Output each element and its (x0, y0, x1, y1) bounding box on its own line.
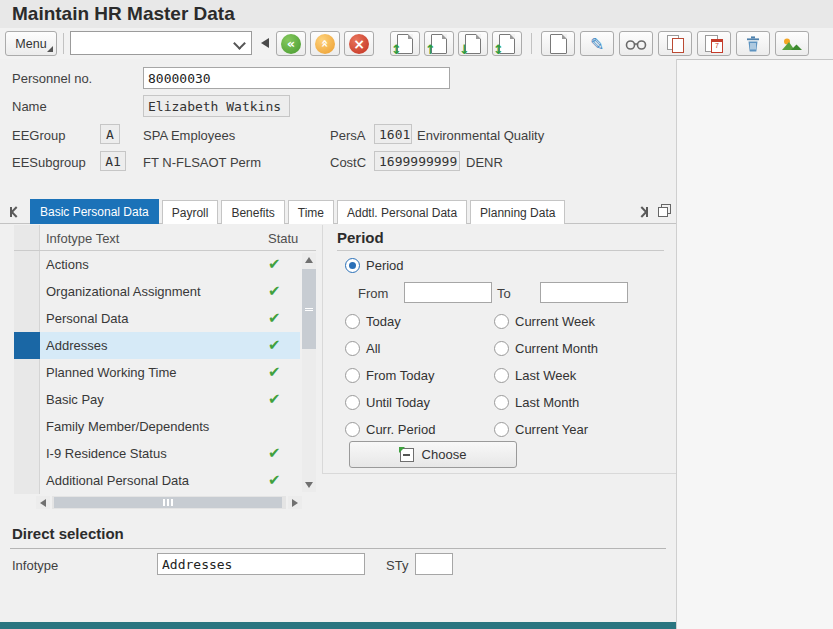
radio-icon[interactable] (494, 341, 509, 356)
status-check-icon: ✔ (268, 255, 281, 273)
period-option-label: Until Today (366, 395, 430, 410)
table-row[interactable]: Personal Data ✔ (40, 305, 300, 332)
radio-icon[interactable] (494, 422, 509, 437)
period-option[interactable]: Current Year (494, 416, 598, 443)
table-row[interactable]: Addresses ✔ (40, 332, 300, 359)
column-header-status[interactable]: Statu (268, 231, 298, 246)
from-date-input[interactable] (404, 282, 492, 303)
table-row[interactable]: Actions ✔ (40, 251, 300, 278)
page-up-button[interactable]: ↑ (424, 31, 454, 56)
column-header-infotype[interactable]: Infotype Text (46, 231, 119, 246)
chevron-down-icon[interactable] (233, 37, 246, 50)
table-row[interactable]: I-9 Residence Status ✔ (40, 440, 300, 467)
tab[interactable]: Benefits (221, 200, 284, 224)
status-check-icon: ✔ (268, 390, 281, 408)
period-option[interactable]: Current Week (494, 308, 598, 335)
exit-button[interactable]: « (310, 31, 340, 56)
tab[interactable]: Payroll (162, 200, 219, 224)
collapse-command-field-icon[interactable] (261, 38, 269, 48)
tab[interactable]: Addtl. Personal Data (337, 200, 467, 224)
radio-icon[interactable] (345, 314, 360, 329)
command-field-input[interactable] (73, 33, 233, 55)
delete-button[interactable] (736, 31, 770, 56)
scroll-right-icon[interactable] (288, 496, 302, 509)
menu-button[interactable]: Menu (5, 31, 57, 56)
infotype-text: Additional Personal Data (46, 473, 189, 488)
sap-window: Maintain HR Master Data Menu « « × ↕ ↑ ↓ (0, 0, 833, 629)
period-option-label: Curr. Period (366, 422, 435, 437)
scroll-tabs-right-icon[interactable] (638, 207, 648, 217)
status-check-icon: ✔ (268, 309, 281, 327)
period-option[interactable]: Last Week (494, 362, 598, 389)
infotype-input[interactable] (157, 553, 365, 575)
overview-button[interactable] (775, 31, 809, 56)
sty-input[interactable] (415, 553, 453, 575)
radio-icon[interactable] (494, 368, 509, 383)
cancel-icon: × (349, 34, 369, 54)
copy-button[interactable] (658, 31, 692, 56)
choose-button[interactable]: Choose (349, 441, 517, 468)
table-row[interactable]: Additional Personal Data ✔ (40, 467, 300, 494)
vertical-scrollbar-thumb[interactable] (302, 269, 316, 349)
page-down-button[interactable]: ↓ (458, 31, 488, 56)
period-option[interactable]: Current Month (494, 335, 598, 362)
radio-selected-icon[interactable] (345, 258, 360, 273)
costc-label: CostC (330, 155, 366, 170)
radio-icon[interactable] (345, 422, 360, 437)
period-option[interactable]: Until Today (345, 389, 435, 416)
radio-icon[interactable] (345, 395, 360, 410)
period-main-option[interactable]: Period (345, 258, 404, 273)
radio-icon[interactable] (345, 341, 360, 356)
to-date-input[interactable] (540, 282, 628, 303)
last-page-icon: ↕ (499, 34, 515, 54)
tab[interactable]: Time (288, 200, 334, 224)
last-page-button[interactable]: ↕ (492, 31, 522, 56)
radio-icon[interactable] (494, 314, 509, 329)
scroll-up-icon[interactable] (302, 253, 316, 267)
first-page-button[interactable]: ↕ (390, 31, 420, 56)
eesubgroup-label: EESubgroup (12, 155, 86, 170)
eesubgroup-text: FT N-FLSAOT Perm (143, 155, 261, 170)
infotype-text: Planned Working Time (46, 365, 177, 380)
scroll-left-icon[interactable] (36, 496, 50, 509)
infotype-text: Family Member/Dependents (46, 419, 209, 434)
eegroup-field: A (100, 124, 120, 144)
delimit-calendar-icon: 7 (705, 35, 723, 53)
table-row[interactable]: Organizational Assignment ✔ (40, 278, 300, 305)
radio-icon[interactable] (494, 395, 509, 410)
delimit-button[interactable]: 7 (697, 31, 731, 56)
table-row[interactable]: Planned Working Time ✔ (40, 359, 300, 386)
copy-icon (666, 35, 684, 52)
display-button[interactable] (619, 31, 653, 56)
tab-overview-icon[interactable] (658, 204, 671, 217)
period-option[interactable]: Last Month (494, 389, 598, 416)
horizontal-scrollbar-thumb[interactable] (54, 497, 282, 508)
change-button[interactable]: ✎ (580, 31, 614, 56)
menu-button-label: Menu (15, 37, 46, 51)
tab[interactable]: Planning Data (470, 200, 565, 224)
radio-icon[interactable] (345, 368, 360, 383)
persa-text: Environmental Quality (417, 128, 544, 143)
status-check-icon: ✔ (268, 444, 281, 462)
back-button[interactable]: « (276, 31, 306, 56)
costc-text: DENR (466, 155, 503, 170)
infotype-table-rows: Actions ✔ Organizational Assignment ✔ Pe… (40, 251, 300, 494)
from-label: From (358, 286, 388, 301)
create-button[interactable] (541, 31, 575, 56)
period-option[interactable]: Today (345, 308, 435, 335)
bottom-accent-bar (0, 622, 676, 629)
period-panel-bottom-border (322, 473, 676, 474)
scroll-down-icon[interactable] (302, 478, 316, 492)
period-option[interactable]: From Today (345, 362, 435, 389)
tab[interactable]: Basic Personal Data (30, 199, 159, 224)
cancel-button[interactable]: × (344, 31, 374, 56)
command-field[interactable] (70, 31, 252, 55)
period-option[interactable]: Curr. Period (345, 416, 435, 443)
table-row[interactable]: Basic Pay ✔ (40, 386, 300, 413)
table-row[interactable]: Family Member/Dependents ✔ (40, 413, 300, 440)
period-option[interactable]: All (345, 335, 435, 362)
scroll-tabs-left-icon[interactable] (10, 207, 20, 217)
exit-icon: « (315, 34, 335, 54)
personnel-no-input[interactable] (143, 67, 450, 89)
eesubgroup-field: A1 (100, 151, 126, 171)
